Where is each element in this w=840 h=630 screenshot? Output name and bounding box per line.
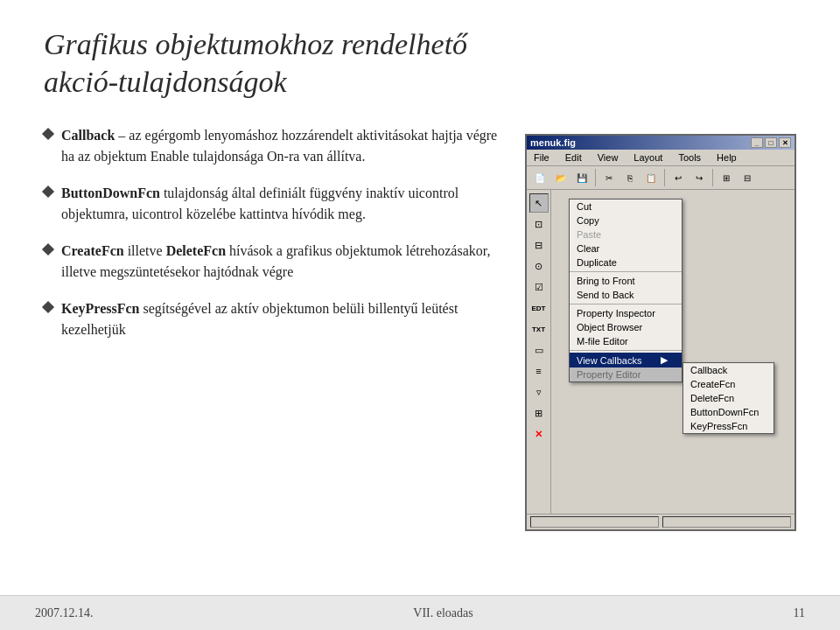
toolbar-sep-3: [712, 169, 713, 186]
tool-frame[interactable]: ▭: [529, 340, 549, 360]
bullet-1: Callback – az egérgomb lenyomáshoz hozzá…: [44, 125, 499, 167]
ctx-sep-3: [570, 350, 682, 351]
submenu-callback[interactable]: Callback: [683, 363, 774, 377]
tool-x[interactable]: ✕: [529, 424, 549, 444]
bullet-4: KeyPressFcn segítségével az aktív objekt…: [44, 298, 499, 340]
footer: 2007.12.14. VII. eloadas 11: [0, 595, 840, 630]
menu-help[interactable]: Help: [713, 151, 740, 164]
tool-popup[interactable]: ▿: [529, 382, 549, 402]
submenu-buttondownfcn[interactable]: ButtonDownFcn: [683, 405, 774, 419]
statusbar: [527, 514, 794, 529]
tool-text[interactable]: TXT: [529, 319, 549, 339]
left-toolbar: ↖ ⊡ ⊟ ⊙ ☑ EDT TXT ▭ ≡ ▿ ⊞ ✕: [527, 190, 551, 514]
window-title: menuk.fig: [530, 137, 576, 148]
window-controls: _ □ ✕: [751, 137, 791, 148]
menubar: File Edit View Layout Tools Help: [527, 150, 794, 166]
tool-slider[interactable]: ⊟: [529, 235, 549, 255]
tool-radio[interactable]: ⊙: [529, 256, 549, 276]
ctx-property-editor[interactable]: Property Editor: [570, 368, 682, 382]
canvas[interactable]: Cut Copy Paste Clear Duplicate Bring to …: [551, 190, 794, 514]
bullet-3: CreateFcn illetve DeleteFcn hívások a gr…: [44, 241, 499, 283]
ctx-object-browser[interactable]: Object Browser: [570, 320, 682, 334]
text-column: Callback – az egérgomb lenyomáshoz hozzá…: [44, 125, 499, 356]
ctx-cut[interactable]: Cut: [570, 200, 682, 214]
footer-page: 11: [794, 606, 805, 620]
toolbar-cut[interactable]: ✂: [599, 169, 619, 186]
ctx-property-inspector[interactable]: Property Inspector: [570, 306, 682, 320]
footer-date: 2007.12.14.: [35, 606, 94, 620]
bullet-text-4: KeyPressFcn segítségével az aktív objekt…: [61, 298, 499, 340]
context-menu: Cut Copy Paste Clear Duplicate Bring to …: [569, 199, 682, 382]
submenu-deletefcn[interactable]: DeleteFcn: [683, 391, 774, 405]
ctx-paste: Paste: [570, 228, 682, 242]
maximize-button[interactable]: □: [765, 137, 777, 148]
status-section-2: [662, 516, 791, 528]
submenu-keypressfcn[interactable]: KeyPressFcn: [683, 419, 774, 433]
ctx-copy[interactable]: Copy: [570, 214, 682, 228]
bullet-icon-4: [42, 301, 54, 313]
window-body: ↖ ⊡ ⊟ ⊙ ☑ EDT TXT ▭ ≡ ▿ ⊞ ✕: [527, 190, 794, 514]
ctx-clear[interactable]: Clear: [570, 242, 682, 256]
tool-axes[interactable]: ⊞: [529, 403, 549, 423]
status-section-1: [530, 516, 659, 528]
toolbar-sep-1: [595, 169, 596, 186]
ctx-bring-front[interactable]: Bring to Front: [570, 274, 682, 288]
ctx-view-callbacks-arrow: ▶: [661, 354, 668, 366]
menu-tools[interactable]: Tools: [675, 151, 704, 164]
tool-edit[interactable]: EDT: [529, 298, 549, 318]
ctx-sep-2: [570, 304, 682, 304]
toolbar-paste[interactable]: 📋: [641, 169, 661, 186]
tool-push[interactable]: ⊡: [529, 214, 549, 234]
ctx-mfile-editor[interactable]: M-file Editor: [570, 334, 682, 348]
toolbar-grid[interactable]: ⊟: [738, 169, 757, 186]
menu-layout[interactable]: Layout: [630, 151, 666, 164]
ctx-view-callbacks[interactable]: View Callbacks ▶: [570, 353, 682, 368]
minimize-button[interactable]: _: [751, 137, 763, 148]
toolbar-redo[interactable]: ↪: [690, 169, 709, 186]
bullet-2: ButtonDownFcn tulajdonság által definiál…: [44, 183, 499, 225]
tool-listbox[interactable]: ≡: [529, 361, 549, 381]
ctx-send-back[interactable]: Send to Back: [570, 288, 682, 302]
ctx-sep-1: [570, 271, 682, 272]
bullet-text-2: ButtonDownFcn tulajdonság által definiál…: [61, 183, 499, 225]
menu-file[interactable]: File: [530, 151, 553, 164]
toolbar-copy[interactable]: ⎘: [620, 169, 640, 186]
toolbar-new[interactable]: 📄: [530, 169, 550, 186]
close-button[interactable]: ✕: [779, 137, 791, 148]
bullet-icon-2: [42, 186, 54, 198]
toolbar-sep-2: [664, 169, 665, 186]
tool-check[interactable]: ☑: [529, 277, 549, 297]
menu-view[interactable]: View: [594, 151, 622, 164]
toolbar: 📄 📂 💾 ✂ ⎘ 📋 ↩ ↪ ⊞ ⊟: [527, 166, 794, 190]
tool-select[interactable]: ↖: [529, 193, 549, 213]
toolbar-undo[interactable]: ↩: [668, 169, 688, 186]
slide-title: Grafikus objektumokhoz rendelhető akció-…: [44, 26, 499, 101]
bullet-text-1: Callback – az egérgomb lenyomáshoz hozzá…: [61, 125, 499, 167]
submenu: Callback CreateFcn DeleteFcn ButtonDownF…: [682, 362, 774, 434]
window-titlebar: menuk.fig _ □ ✕: [527, 136, 794, 150]
ctx-duplicate[interactable]: Duplicate: [570, 256, 682, 270]
bullet-icon-3: [42, 243, 54, 256]
bullet-text-3: CreateFcn illetve DeleteFcn hívások a gr…: [61, 241, 499, 283]
ctx-view-callbacks-label: View Callbacks: [577, 355, 641, 366]
menu-edit[interactable]: Edit: [562, 151, 585, 164]
submenu-createfcn[interactable]: CreateFcn: [683, 377, 774, 391]
toolbar-open[interactable]: 📂: [551, 169, 570, 186]
window-screenshot: menuk.fig _ □ ✕ File Edit View Layout To…: [525, 134, 796, 531]
toolbar-align[interactable]: ⊞: [717, 169, 736, 186]
bullet-icon-1: [42, 128, 54, 140]
toolbar-save[interactable]: 💾: [572, 169, 592, 186]
footer-title: VII. eloadas: [413, 606, 472, 620]
